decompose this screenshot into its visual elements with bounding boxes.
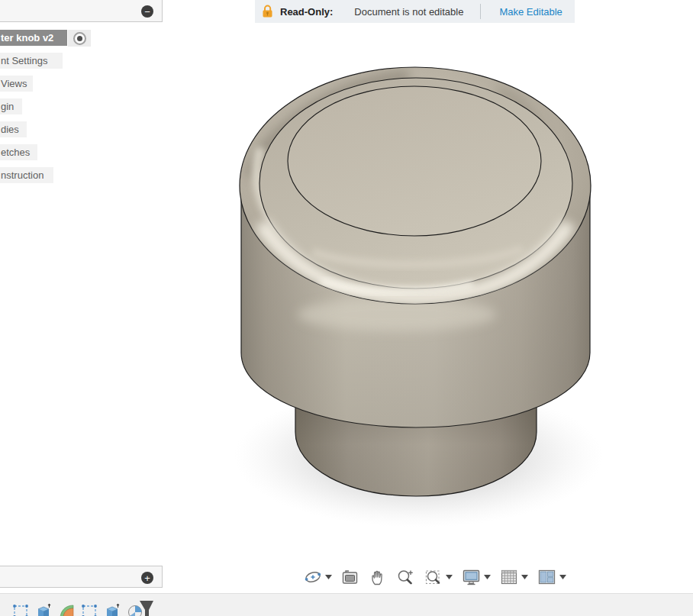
collapse-panel-button[interactable]: − bbox=[141, 5, 153, 18]
look-at-button[interactable] bbox=[340, 568, 359, 587]
timeline-panel-header: + bbox=[0, 566, 163, 588]
zoom-button[interactable] bbox=[395, 567, 415, 587]
knob-inner-circle bbox=[288, 86, 541, 236]
browser-panel-header: − bbox=[0, 0, 163, 22]
viewports-icon bbox=[537, 567, 557, 587]
look-at-icon bbox=[340, 568, 359, 587]
fillet-feature-icon[interactable] bbox=[58, 603, 75, 616]
extrude-feature-icon[interactable] bbox=[35, 603, 52, 616]
grid-icon bbox=[499, 567, 519, 587]
browser-item-document-settings[interactable]: nt Settings bbox=[0, 53, 63, 69]
navigation-toolbar bbox=[303, 566, 566, 589]
chevron-down-icon bbox=[484, 575, 491, 579]
pan-button[interactable] bbox=[368, 568, 387, 587]
make-editable-button[interactable]: Make Editable bbox=[499, 6, 562, 18]
browser-item-bodies[interactable]: dies bbox=[0, 121, 27, 137]
browser-item-origin[interactable]: gin bbox=[0, 98, 22, 114]
pan-hand-icon bbox=[368, 568, 387, 587]
orbit-icon bbox=[303, 567, 323, 587]
fit-button[interactable] bbox=[424, 567, 453, 587]
chevron-down-icon bbox=[521, 575, 528, 579]
chevron-down-icon bbox=[325, 575, 332, 579]
lock-icon bbox=[262, 5, 273, 18]
zoom-magnifier-icon bbox=[395, 567, 415, 587]
component-activate-radio[interactable] bbox=[68, 30, 91, 47]
read-only-label: Read-Only: bbox=[280, 6, 333, 18]
sketch-feature-icon[interactable] bbox=[12, 603, 29, 616]
read-only-message: Document is not editable bbox=[354, 6, 463, 18]
expand-panel-button[interactable]: + bbox=[141, 572, 153, 584]
banner-divider bbox=[480, 4, 481, 19]
timeline-playhead[interactable] bbox=[139, 600, 156, 616]
browser-item-sketches[interactable]: etches bbox=[0, 144, 37, 160]
sketch-feature-icon[interactable] bbox=[81, 603, 98, 616]
browser-root-item[interactable]: ter knob v2 bbox=[0, 30, 67, 46]
chevron-down-icon bbox=[446, 575, 453, 579]
monitor-icon bbox=[461, 567, 482, 587]
fusion-360-window: { "banner": { "label": "Read-Only:", "me… bbox=[0, 0, 693, 616]
chevron-down-icon bbox=[559, 575, 566, 579]
viewports-button[interactable] bbox=[537, 567, 566, 587]
grid-snaps-button[interactable] bbox=[499, 567, 528, 587]
browser-item-construction[interactable]: nstruction bbox=[0, 167, 53, 183]
extrude-feature-icon[interactable] bbox=[104, 603, 121, 616]
timeline-features bbox=[12, 603, 150, 616]
radio-icon bbox=[73, 32, 86, 45]
read-only-banner: Read-Only: Document is not editable Make… bbox=[255, 0, 575, 23]
viewport-canvas[interactable] bbox=[0, 0, 693, 616]
fit-magnifier-icon bbox=[424, 567, 443, 587]
display-settings-button[interactable] bbox=[461, 567, 491, 587]
browser-item-named-views[interactable]: Views bbox=[0, 76, 33, 92]
orbit-button[interactable] bbox=[303, 567, 332, 587]
timeline-strip bbox=[0, 593, 693, 616]
